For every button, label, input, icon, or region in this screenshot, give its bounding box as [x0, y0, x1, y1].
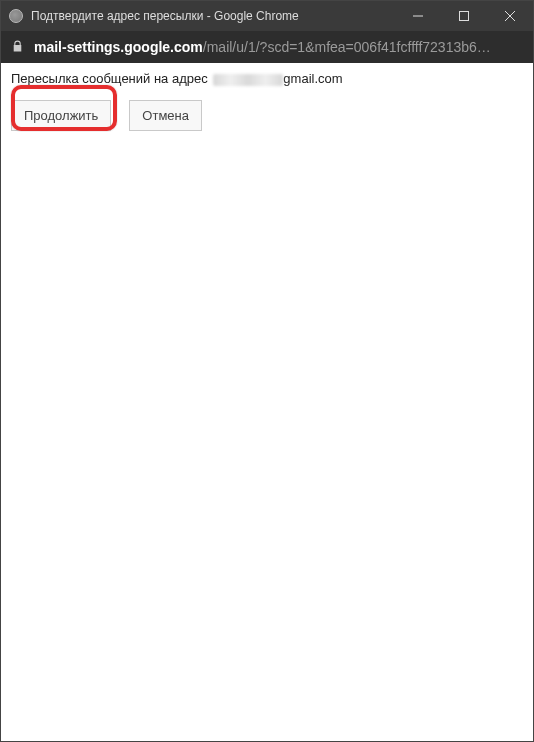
lock-icon: [11, 39, 24, 56]
svg-rect-1: [460, 12, 469, 21]
window-title: Подтвердите адрес пересылки - Google Chr…: [31, 9, 395, 23]
url-host: mail-settings.google.com: [34, 39, 203, 55]
maximize-icon: [459, 11, 469, 21]
url-path: /mail/u/1/?scd=1&mfea=006f41fcffff72313b…: [203, 39, 491, 55]
page-content: Пересылка сообщений на адрес gmail.com П…: [1, 63, 533, 741]
message-suffix: gmail.com: [283, 71, 342, 86]
redacted-blur: [213, 74, 283, 86]
window-controls: [395, 1, 533, 31]
forwarding-message: Пересылка сообщений на адрес gmail.com: [11, 71, 523, 86]
address-bar[interactable]: mail-settings.google.com/mail/u/1/?scd=1…: [1, 31, 533, 63]
message-prefix: Пересылка сообщений на адрес: [11, 71, 208, 86]
globe-icon: [9, 9, 23, 23]
button-row: Продолжить Отмена: [11, 100, 523, 131]
cancel-button[interactable]: Отмена: [129, 100, 202, 131]
minimize-button[interactable]: [395, 1, 441, 31]
close-icon: [505, 11, 515, 21]
continue-button[interactable]: Продолжить: [11, 100, 111, 131]
close-button[interactable]: [487, 1, 533, 31]
minimize-icon: [413, 11, 423, 21]
maximize-button[interactable]: [441, 1, 487, 31]
window-titlebar: Подтвердите адрес пересылки - Google Chr…: [1, 1, 533, 31]
url-text: mail-settings.google.com/mail/u/1/?scd=1…: [34, 39, 491, 55]
